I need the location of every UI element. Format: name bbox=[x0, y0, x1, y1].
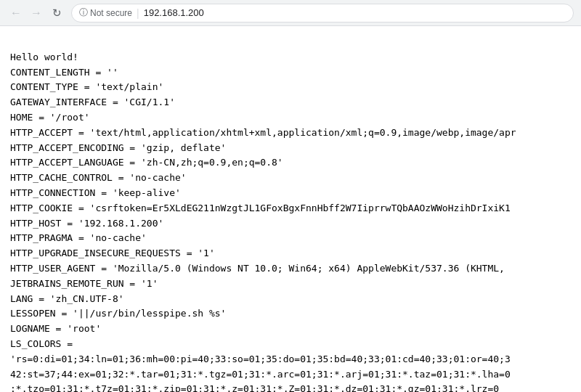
content-line: HTTP_HOST = '192.168.1.200' bbox=[10, 216, 571, 232]
url-divider: | bbox=[137, 7, 139, 19]
content-line: HTTP_ACCEPT = 'text/html,application/xht… bbox=[10, 126, 571, 141]
content-line: 'rs=0:di=01;34:ln=01;36:mh=00:pi=40;33:s… bbox=[10, 352, 571, 367]
forward-button[interactable]: → bbox=[28, 4, 45, 22]
content-line: Hello world! bbox=[10, 50, 571, 65]
address-bar[interactable]: ⓘ Not secure | 192.168.1.200 bbox=[71, 4, 574, 23]
content-line: HTTP_PRAGMA = 'no-cache' bbox=[10, 231, 571, 246]
content-line: HTTP_ACCEPT_ENCODING = 'gzip, deflate' bbox=[10, 141, 571, 156]
reload-button[interactable]: ↻ bbox=[48, 4, 65, 22]
content-line: LESSOPEN = '||/usr/bin/lesspipe.sh %s' bbox=[10, 306, 571, 322]
browser-toolbar: ← → ↻ ⓘ Not secure | 192.168.1.200 bbox=[0, 0, 581, 26]
content-line: :*.tzo=01;31:*.t7z=01;31:*.zip=01;31:*.z… bbox=[10, 382, 571, 392]
content-line: HOME = '/root' bbox=[10, 110, 571, 126]
content-line: CONTENT_TYPE = 'text/plain' bbox=[10, 80, 571, 95]
content-line: HTTP_COOKIE = 'csrftoken=Er5XLdEG211nWzg… bbox=[10, 201, 571, 216]
security-label: Not secure bbox=[90, 8, 132, 18]
nav-buttons: ← → ↻ bbox=[7, 4, 65, 22]
content-line: HTTP_CONNECTION = 'keep-alive' bbox=[10, 186, 571, 201]
info-icon: ⓘ bbox=[79, 7, 88, 19]
content-line: GATEWAY_INTERFACE = 'CGI/1.1' bbox=[10, 95, 571, 110]
page-content: Hello world!CONTENT_LENGTH = ''CONTENT_T… bbox=[0, 26, 581, 392]
content-line: JETBRAINS_REMOTE_RUN = '1' bbox=[10, 277, 571, 292]
content-line: 42:st=37;44:ex=01;32:*.tar=01;31:*.tgz=0… bbox=[10, 367, 571, 383]
url-text: 192.168.1.200 bbox=[144, 7, 204, 18]
content-line: HTTP_UPGRADE_INSECURE_REQUESTS = '1' bbox=[10, 246, 571, 261]
content-line: LOGNAME = 'root' bbox=[10, 322, 571, 337]
content-line: HTTP_USER_AGENT = 'Mozilla/5.0 (Windows … bbox=[10, 261, 571, 277]
security-indicator: ⓘ Not secure bbox=[79, 7, 132, 19]
content-line: LANG = 'zh_CN.UTF-8' bbox=[10, 292, 571, 307]
content-line: HTTP_ACCEPT_LANGUAGE = 'zh-CN,zh;q=0.9,e… bbox=[10, 155, 571, 171]
content-line: LS_COLORS = bbox=[10, 337, 571, 352]
content-line: CONTENT_LENGTH = '' bbox=[10, 65, 571, 81]
back-button[interactable]: ← bbox=[7, 4, 25, 22]
content-line: HTTP_CACHE_CONTROL = 'no-cache' bbox=[10, 171, 571, 186]
